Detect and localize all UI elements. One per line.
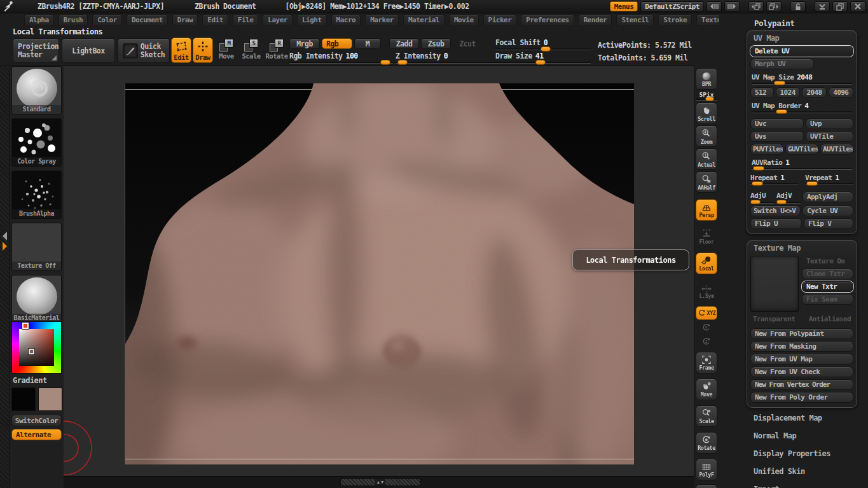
- auvratio-slider[interactable]: AUVRatio1: [752, 158, 852, 170]
- switch-color-button[interactable]: SwitchColor: [11, 415, 62, 426]
- new-from-vertex-order-button[interactable]: New From Vertex Order: [750, 379, 853, 390]
- uv-map-title[interactable]: UV Map: [754, 34, 853, 43]
- scroll-down-icon[interactable]: ▼: [381, 480, 383, 485]
- adjv-slider[interactable]: AdjV: [776, 192, 801, 204]
- spix-slider[interactable]: SPix: [696, 91, 717, 101]
- alternate-button[interactable]: Alternate: [11, 429, 62, 440]
- transp-button[interactable]: [696, 484, 717, 488]
- uvtile-button[interactable]: UVTile: [806, 131, 853, 142]
- flip-v-button[interactable]: Flip V: [804, 218, 853, 229]
- displacement-map-section[interactable]: Displacement Map: [754, 414, 857, 422]
- scroll-left-button[interactable]: [706, 1, 722, 11]
- menu-marker[interactable]: Marker: [365, 15, 399, 26]
- switch-uv-button[interactable]: Switch U<>V: [750, 206, 801, 216]
- slider-handle[interactable]: [535, 60, 546, 65]
- rotate-canvas-button[interactable]: Rotate: [696, 432, 717, 454]
- display-properties-section[interactable]: Display Properties: [754, 449, 857, 458]
- lightbox-button[interactable]: LightBox: [62, 38, 115, 63]
- menu-preferences[interactable]: Preferences: [521, 15, 574, 26]
- scroll-up-icon[interactable]: ▲: [377, 480, 380, 485]
- menu-alpha[interactable]: Alpha: [24, 15, 54, 26]
- scale-button[interactable]: S Scale: [240, 39, 262, 60]
- slider-handle[interactable]: [774, 81, 785, 85]
- main-color-swatch[interactable]: [11, 387, 36, 411]
- slider-handle[interactable]: [750, 200, 761, 204]
- auvtiles-button[interactable]: AUVTiles: [820, 144, 853, 155]
- menu-color[interactable]: Color: [92, 15, 122, 26]
- antialiased-toggle[interactable]: Antialiased: [809, 315, 851, 323]
- move-button[interactable]: M Move: [216, 39, 237, 60]
- normal-map-section[interactable]: Normal Map: [754, 431, 857, 440]
- menu-picker[interactable]: Picker: [483, 15, 517, 26]
- slider-handle[interactable]: [753, 166, 764, 171]
- current-stroke-thumbnail[interactable]: Color Spray: [11, 118, 62, 167]
- menu-brush[interactable]: Brush: [59, 15, 88, 26]
- texture-on-button[interactable]: Texture On: [802, 256, 853, 267]
- canvas-area[interactable]: Local Transformations: [64, 66, 694, 476]
- current-alpha-thumbnail[interactable]: BrushAlpha: [11, 171, 62, 219]
- zsub-button[interactable]: Zsub: [421, 38, 451, 49]
- uv-size-4096-button[interactable]: 4096: [829, 87, 853, 98]
- m-button[interactable]: M: [354, 38, 381, 49]
- texture-map-title[interactable]: Texture Map: [754, 244, 853, 253]
- guvtiles-button[interactable]: GUVTiles: [785, 144, 818, 155]
- menu-stroke[interactable]: Stroke: [658, 15, 692, 26]
- rotate-y-button[interactable]: Y: [696, 321, 717, 334]
- draw-size-slider[interactable]: Draw Size41: [495, 52, 591, 64]
- slider-handle[interactable]: [705, 97, 714, 101]
- menu-file[interactable]: File: [233, 15, 259, 26]
- horizontal-scrollbar[interactable]: ▲ ▼: [340, 478, 420, 486]
- texture-thumbnail[interactable]: [750, 256, 799, 312]
- menu-macro[interactable]: Macro: [331, 15, 361, 26]
- default-zscript-button[interactable]: DefaultZScript: [640, 1, 704, 11]
- lock-button[interactable]: [790, 1, 806, 11]
- saturation-value-square[interactable]: [19, 329, 54, 366]
- import-section[interactable]: Import: [754, 485, 857, 488]
- rotate-z-button[interactable]: Z: [696, 335, 717, 348]
- scroll-canvas-button[interactable]: Scroll: [696, 102, 717, 124]
- polypaint-section[interactable]: Polypaint: [754, 18, 868, 28]
- flip-u-button[interactable]: Flip U: [750, 218, 802, 229]
- adju-slider[interactable]: AdjU: [750, 192, 775, 204]
- uv-map-border-slider[interactable]: UV Map Border4: [752, 102, 852, 113]
- new-from-uv-map-button[interactable]: New From UV Map: [750, 354, 853, 365]
- zadd-button[interactable]: Zadd: [389, 38, 419, 49]
- close-button[interactable]: [850, 1, 865, 11]
- uv-map-size-slider[interactable]: UV Map Size2048: [752, 73, 852, 85]
- move-canvas-button[interactable]: Move: [696, 379, 717, 400]
- lsym-button[interactable]: L.Sym: [696, 281, 717, 302]
- menu-edit[interactable]: Edit: [202, 15, 228, 26]
- new-txtr-button[interactable]: New Txtr: [802, 281, 853, 292]
- menu-draw[interactable]: Draw: [172, 15, 198, 26]
- rgb-intensity-slider[interactable]: Rgb Intensity100: [289, 52, 393, 64]
- actual-size-button[interactable]: 1 Actual: [696, 148, 717, 170]
- color-picker[interactable]: [11, 321, 62, 373]
- move-tray-left-button[interactable]: [748, 1, 764, 11]
- slider-handle[interactable]: [776, 109, 787, 114]
- tray-divider[interactable]: [0, 66, 10, 488]
- bpr-button[interactable]: BPR: [696, 68, 717, 90]
- secondary-color-swatch[interactable]: [38, 387, 62, 411]
- uvc-button[interactable]: Uvc: [750, 118, 804, 129]
- menu-document[interactable]: Document: [127, 15, 168, 26]
- current-texture-thumbnail[interactable]: Texture Off: [11, 223, 62, 271]
- fix-seam-button[interactable]: Fix Seam: [802, 294, 853, 305]
- current-brush-thumbnail[interactable]: Standard: [11, 66, 62, 115]
- slider-handle[interactable]: [380, 60, 390, 65]
- new-from-uv-check-button[interactable]: New From UV Check: [750, 366, 853, 377]
- uv-size-2048-button[interactable]: 2048: [802, 87, 827, 98]
- delete-uv-button[interactable]: Delete UV: [750, 46, 853, 57]
- clone-txtr-button[interactable]: Clone Txtr: [802, 268, 853, 279]
- slider-handle[interactable]: [541, 46, 551, 52]
- menu-render[interactable]: Render: [579, 15, 612, 26]
- quick-sketch-button[interactable]: Quick Sketch: [118, 38, 170, 63]
- move-tray-right-button[interactable]: [766, 1, 782, 11]
- polyf-button[interactable]: PolyF: [696, 459, 717, 480]
- slider-handle[interactable]: [806, 181, 818, 186]
- applyadj-button[interactable]: ApplyAdj: [803, 192, 853, 202]
- tray-divider-arrows-icon[interactable]: [1, 230, 8, 252]
- current-material-thumbnail[interactable]: BasicMaterial: [11, 275, 62, 323]
- unified-skin-section[interactable]: Unified Skin: [754, 467, 857, 476]
- minimize-button[interactable]: [815, 1, 830, 11]
- rgb-button[interactable]: Rgb: [322, 38, 352, 49]
